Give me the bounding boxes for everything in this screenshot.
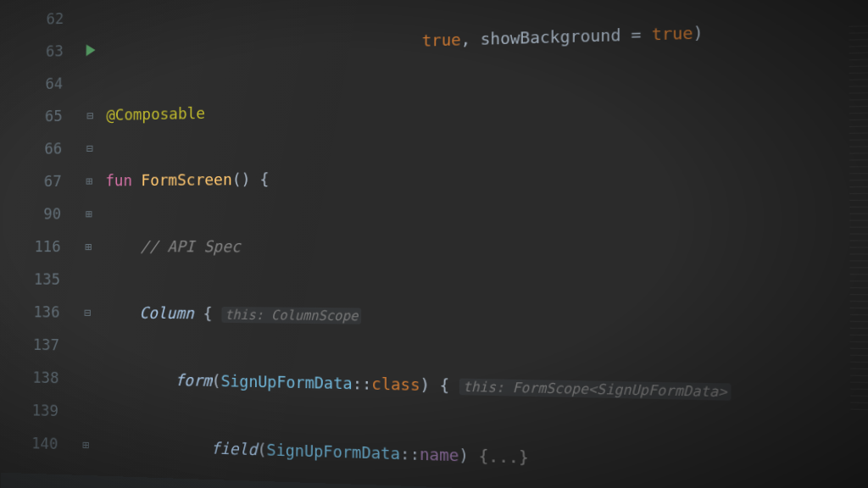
fold-toggle-icon[interactable]: ⊞ [73, 164, 106, 197]
line-number[interactable]: 136 [3, 296, 60, 329]
token: ) [459, 446, 469, 465]
code-line[interactable]: fun FormScreen() { [105, 155, 868, 197]
token: :: [400, 444, 420, 463]
line-number[interactable]: 66 [6, 132, 63, 165]
code-line[interactable]: @Composable [106, 81, 868, 131]
folded-region[interactable]: {...} [479, 446, 529, 467]
token: ) [420, 375, 430, 395]
code-editor[interactable]: 62 63 64 65 66 67 90 116 135 136 137 138… [1, 0, 868, 488]
token-function: FormScreen [141, 170, 231, 190]
line-number[interactable]: 64 [7, 67, 64, 101]
line-number[interactable]: 62 [8, 3, 64, 36]
line-number[interactable]: 140 [1, 426, 58, 461]
inlay-hint: this: ColumnScope [221, 307, 361, 324]
inlay-hint: this: FormScope<SignUpFormData> [459, 379, 732, 401]
line-number[interactable]: 135 [3, 263, 60, 296]
token: ( [212, 371, 221, 390]
token: ( [257, 440, 266, 459]
token: { [440, 375, 450, 395]
fold-toggle-icon[interactable]: ⊟ [71, 296, 104, 329]
token-type: SignUpFormData [266, 441, 400, 463]
token: { [259, 169, 269, 188]
token: ) [242, 169, 251, 188]
fold-toggle-icon[interactable]: ⊞ [70, 428, 103, 462]
run-gutter-icon[interactable] [75, 33, 108, 67]
code-area[interactable]: true, showBackground = true) @Composable… [102, 0, 868, 488]
token: = [620, 25, 651, 45]
line-number[interactable]: 65 [6, 100, 63, 134]
fold-toggle-icon[interactable]: ⊞ [72, 197, 105, 230]
token-call: form [175, 370, 211, 390]
fold-toggle-icon[interactable]: ⊟ [74, 99, 107, 132]
token: showBackground [481, 25, 621, 48]
editor-viewport: 62 63 64 65 66 67 90 116 135 136 137 138… [1, 0, 868, 488]
fold-toggle-icon[interactable]: ⊟ [73, 131, 106, 164]
token: , [461, 30, 481, 49]
svg-marker-0 [86, 44, 96, 56]
token-call: Column [140, 303, 194, 322]
minimap[interactable] [849, 25, 868, 411]
token-type: SignUpFormData [220, 371, 352, 392]
line-number[interactable]: 90 [4, 197, 61, 230]
fold-toggle-icon[interactable]: ⊞ [72, 230, 105, 263]
line-number[interactable]: 139 [2, 393, 58, 427]
token: { [203, 304, 213, 323]
line-number[interactable]: 67 [5, 165, 62, 198]
token: true [652, 23, 693, 43]
code-line[interactable]: // API Spec [104, 229, 868, 266]
line-number[interactable]: 138 [3, 361, 59, 395]
token-keyword: fun [105, 171, 132, 190]
token: ( [232, 169, 242, 188]
token-property: name [420, 445, 459, 465]
line-number[interactable]: 137 [3, 328, 59, 362]
code-line[interactable]: Column { this: ColumnScope [103, 296, 868, 339]
token-comment: // API Spec [141, 237, 242, 256]
token-keyword: class [371, 374, 420, 395]
line-number-gutter[interactable]: 62 63 64 65 66 67 90 116 135 136 137 138… [1, 0, 75, 488]
token: :: [353, 374, 372, 393]
line-number[interactable]: 116 [4, 230, 61, 263]
line-number[interactable]: 63 [7, 35, 64, 69]
code-line[interactable]: true, showBackground = true) [107, 8, 868, 66]
token-call: field [211, 439, 258, 459]
code-line[interactable]: form(SignUpFormData::class) { this: Form… [103, 363, 868, 414]
token: true [422, 30, 461, 50]
token: ) [693, 23, 704, 42]
token-annotation: @Composable [106, 103, 205, 124]
